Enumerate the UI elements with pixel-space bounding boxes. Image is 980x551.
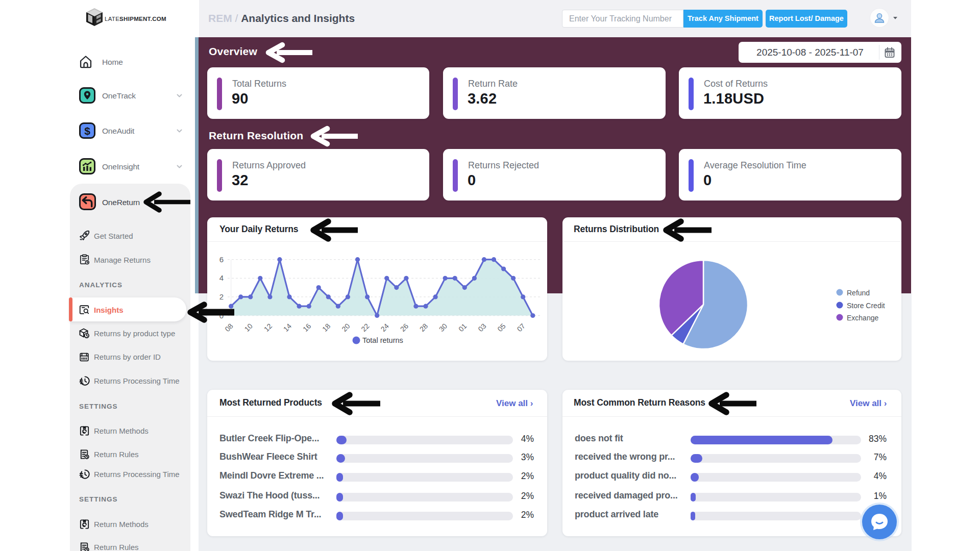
svg-text:30: 30: [437, 322, 449, 333]
svg-text:08: 08: [223, 322, 234, 333]
svg-text:01: 01: [457, 322, 468, 333]
svg-text:24: 24: [379, 322, 390, 333]
svg-text:6: 6: [219, 255, 224, 264]
svg-text:22: 22: [359, 322, 371, 333]
svg-text:0: 0: [219, 311, 224, 320]
svg-text:2: 2: [219, 292, 224, 301]
svg-text:26: 26: [399, 322, 410, 333]
svg-text:10: 10: [242, 322, 254, 333]
svg-text:Store Credit: Store Credit: [847, 302, 885, 310]
svg-text:Total returns: Total returns: [362, 336, 403, 344]
svg-text:18: 18: [321, 322, 332, 333]
svg-text:Refund: Refund: [847, 289, 870, 297]
svg-text:20: 20: [340, 322, 351, 333]
svg-text:4: 4: [219, 273, 224, 282]
svg-text:$: $: [84, 125, 90, 137]
svg-text:Exchange: Exchange: [847, 314, 878, 322]
svg-text:12: 12: [262, 322, 274, 333]
svg-text:03: 03: [476, 322, 487, 333]
svg-text:28: 28: [418, 322, 429, 333]
svg-text:07: 07: [515, 322, 526, 333]
svg-text:05: 05: [496, 322, 507, 333]
svg-text:14: 14: [282, 322, 293, 333]
svg-text:16: 16: [301, 322, 312, 333]
